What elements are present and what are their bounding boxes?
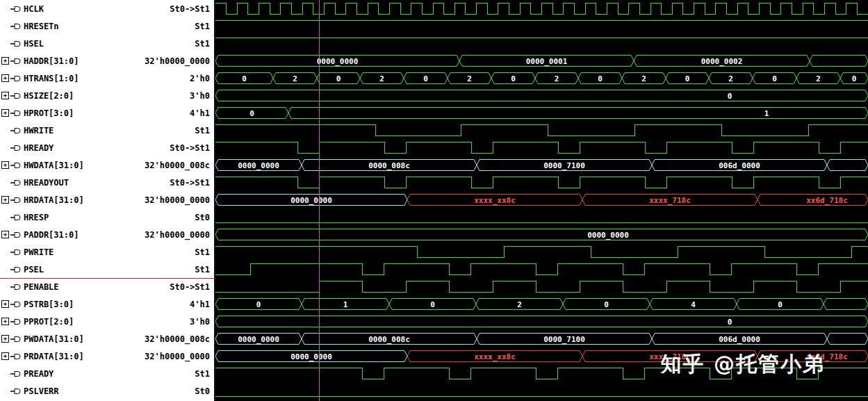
signal-row[interactable]: +HRDATA[31:0]32'h0000_0000 [0,191,214,208]
watermark: 知乎 @托管小弟 [661,350,825,379]
signal-row[interactable]: HWRITESt1 [0,122,214,139]
signal-value: St1 [189,265,210,275]
expand-icon[interactable]: + [1,74,9,82]
expand-icon[interactable]: + [1,109,9,117]
signal-icon [10,353,22,360]
expand-icon[interactable]: + [1,335,9,343]
signal-value: St0->St1 [164,4,210,14]
signal-value: 32'h0000_0000 [139,195,210,205]
signal-row[interactable]: HSELSt1 [0,35,214,52]
signal-row[interactable]: HREADYOUTSt0->St1 [0,174,214,191]
svg-text:0000_0000: 0000_0000 [587,231,629,240]
signal-row[interactable]: +HTRANS[1:0]2'h0 [0,69,214,87]
svg-text:0000_0000: 0000_0000 [238,335,279,344]
svg-text:006d_0000: 006d_0000 [719,161,760,170]
signal-name: PWRITE [24,247,54,257]
waveform-panel[interactable]: 0000_00000000_00010000_00020202020202020… [215,0,868,401]
signal-name: HWRITE [24,126,54,136]
svg-text:2: 2 [517,300,522,309]
signal-name: PWDATA[31:0] [24,334,84,344]
signal-value: 2'h0 [184,74,210,83]
svg-text:0: 0 [242,74,247,83]
expand-icon[interactable]: + [1,352,9,360]
signal-name: HRESETn [24,22,59,31]
signal-icon [10,214,22,221]
expand-icon[interactable]: + [1,161,9,169]
svg-text:0: 0 [256,300,261,309]
svg-text:0: 0 [249,109,254,118]
signal-name: HREADY [24,143,54,153]
signal-row[interactable]: +HPROT[3:0]4'h1 [0,104,214,122]
signal-value: 32'h0000_0000 [139,352,210,361]
expand-icon[interactable]: + [1,196,9,204]
signal-name: PREADY [24,369,54,379]
svg-text:2: 2 [816,74,821,83]
svg-text:0: 0 [423,74,428,83]
signal-icon [10,23,22,30]
signal-icon [10,301,22,308]
signal-value: 3'h0 [184,317,210,327]
signal-row[interactable]: PENABLESt0->St1 [0,278,214,295]
signal-value: St1 [189,126,210,136]
signal-row[interactable]: HCLKSt0->St1 [0,0,214,17]
svg-text:xxxx_xx8c: xxxx_xx8c [474,352,516,361]
signal-icon [10,58,22,65]
svg-text:0000_7100: 0000_7100 [543,161,585,170]
signal-value: 3'h0 [184,91,210,101]
signal-value: St1 [189,39,210,49]
svg-text:2: 2 [555,74,559,83]
svg-text:2: 2 [293,74,297,83]
waveform-viewer-window: HCLKSt0->St1HRESETnSt1HSELSt1+HADDR[31:0… [0,0,868,401]
signal-row[interactable]: +HADDR[31:0]32'h0000_0000 [0,52,214,69]
signal-icon [10,179,22,186]
svg-text:xxxx_xx8c: xxxx_xx8c [474,196,516,205]
svg-text:0: 0 [685,74,690,83]
signal-row[interactable]: +HWDATA[31:0]32'h0000_008c [0,156,214,174]
signal-row[interactable]: HREADYSt0->St1 [0,139,214,156]
signal-value: St1 [189,247,210,257]
signal-row[interactable]: PWRITESt1 [0,243,214,261]
signal-icon [10,284,22,290]
svg-text:0: 0 [598,74,603,83]
signal-value: St0->St1 [164,282,210,292]
signal-row[interactable]: HRESPSt0 [0,208,214,226]
signal-value: St1 [189,22,210,31]
svg-text:0000_008c: 0000_008c [368,335,410,344]
signal-name: PSEL [24,265,44,275]
svg-text:2: 2 [728,74,733,83]
signal-name: HPROT[3:0] [24,108,74,118]
group-separator-line [0,278,215,279]
signal-row[interactable]: PSELSt1 [0,261,214,278]
signal-row[interactable]: HRESETnSt1 [0,17,214,35]
signal-icon [10,162,22,169]
signal-name: PADDR[31:0] [24,230,79,240]
signal-value: 32'h0000_0000 [139,230,210,240]
svg-text:2: 2 [379,74,384,83]
waveform-canvas[interactable]: 0000_00000000_00010000_00020202020202020… [215,0,868,401]
svg-text:0: 0 [778,300,783,309]
signal-row[interactable]: PSLVERRSt0 [0,382,214,400]
signal-row[interactable]: +PPROT[2:0]3'h0 [0,313,214,330]
signal-value: 32'h0000_0000 [139,56,210,66]
signal-value: 32'h0000_008c [139,334,210,344]
signal-row[interactable]: +PWDATA[31:0]32'h0000_008c [0,330,214,347]
expand-icon[interactable]: + [1,231,9,238]
signal-row[interactable]: +PADDR[31:0]32'h0000_0000 [0,226,214,243]
svg-text:4: 4 [691,300,696,309]
expand-icon[interactable]: + [1,318,9,325]
signal-row[interactable]: +PRDATA[31:0]32'h0000_0000 [0,347,214,365]
signal-row[interactable]: PREADYSt1 [0,365,214,382]
signal-icon [10,266,22,273]
signal-icon [10,92,22,99]
signal-name: HWDATA[31:0] [24,161,84,170]
svg-text:0000_0001: 0000_0001 [526,57,568,66]
svg-text:0000_0002: 0000_0002 [701,57,743,66]
svg-text:0000_7100: 0000_7100 [543,335,585,344]
signal-row[interactable]: +PSTRB[3:0]4'h1 [0,295,214,313]
signal-row[interactable]: +HSIZE[2:0]3'h0 [0,87,214,104]
time-cursor[interactable] [319,0,320,401]
expand-icon[interactable]: + [1,92,9,99]
svg-text:0: 0 [604,300,609,309]
expand-icon[interactable]: + [1,300,9,308]
expand-icon[interactable]: + [1,57,9,65]
